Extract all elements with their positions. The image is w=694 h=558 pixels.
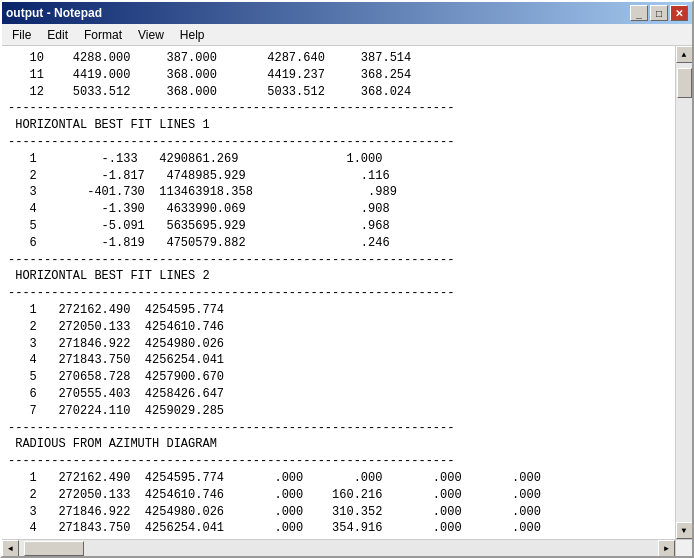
scroll-track-vertical[interactable] [676, 63, 692, 522]
menu-bar: File Edit Format View Help [2, 24, 692, 46]
close-button[interactable]: ✕ [670, 5, 688, 21]
scroll-left-button[interactable]: ◄ [2, 540, 19, 557]
scroll-up-button[interactable]: ▲ [676, 46, 693, 63]
window-title: output - Notepad [6, 6, 102, 20]
scrollbar-corner [675, 539, 692, 556]
menu-format[interactable]: Format [76, 26, 130, 44]
menu-help[interactable]: Help [172, 26, 213, 44]
text-content[interactable]: 10 4288.000 387.000 4287.640 387.514 11 … [2, 46, 675, 539]
maximize-button[interactable]: □ [650, 5, 668, 21]
vertical-scrollbar: ▲ ▼ [675, 46, 692, 539]
title-bar: output - Notepad _ □ ✕ [2, 2, 692, 24]
menu-edit[interactable]: Edit [39, 26, 76, 44]
scroll-down-button[interactable]: ▼ [676, 522, 693, 539]
bottom-area: ◄ ► [2, 539, 692, 556]
horizontal-scrollbar: ◄ ► [2, 539, 675, 556]
scroll-track-horizontal[interactable] [19, 540, 658, 556]
scroll-thumb-horizontal[interactable] [24, 541, 84, 556]
scroll-thumb-vertical[interactable] [677, 68, 692, 98]
minimize-button[interactable]: _ [630, 5, 648, 21]
menu-file[interactable]: File [4, 26, 39, 44]
menu-view[interactable]: View [130, 26, 172, 44]
content-area: 10 4288.000 387.000 4287.640 387.514 11 … [2, 46, 692, 539]
main-window: output - Notepad _ □ ✕ File Edit Format … [0, 0, 694, 558]
window-controls: _ □ ✕ [630, 5, 688, 21]
scroll-right-button[interactable]: ► [658, 540, 675, 557]
